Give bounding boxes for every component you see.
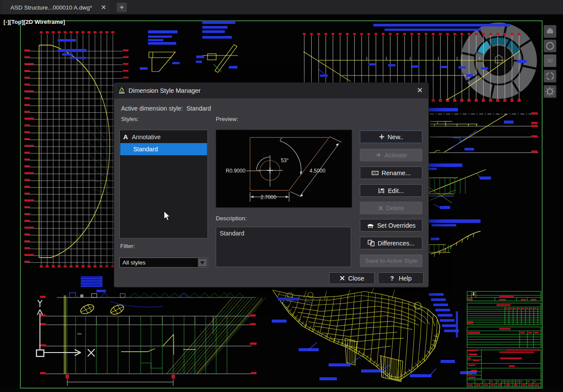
svg-text:2025: 2025 — [119, 91, 125, 94]
svg-text:53°: 53° — [281, 157, 289, 163]
svg-text:R0.9000: R0.9000 — [226, 168, 246, 174]
svg-text:4.5000: 4.5000 — [309, 168, 326, 174]
svg-text:2.7000: 2.7000 — [260, 194, 277, 200]
svg-text:90: 90 — [547, 58, 553, 63]
